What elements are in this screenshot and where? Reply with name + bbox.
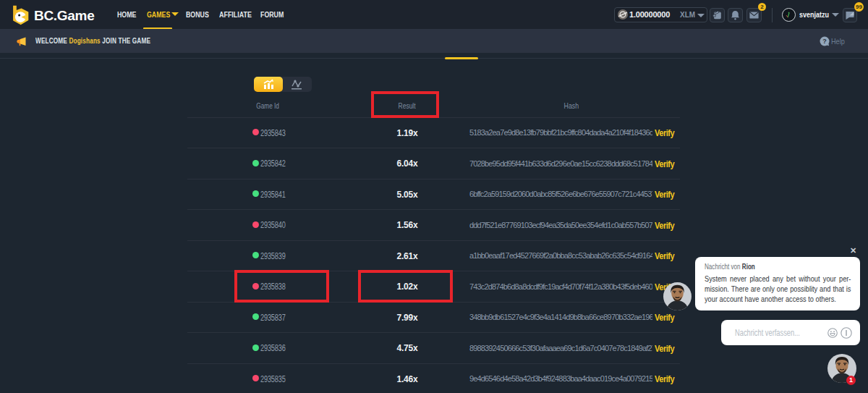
- svg-text:?: ?: [822, 38, 827, 45]
